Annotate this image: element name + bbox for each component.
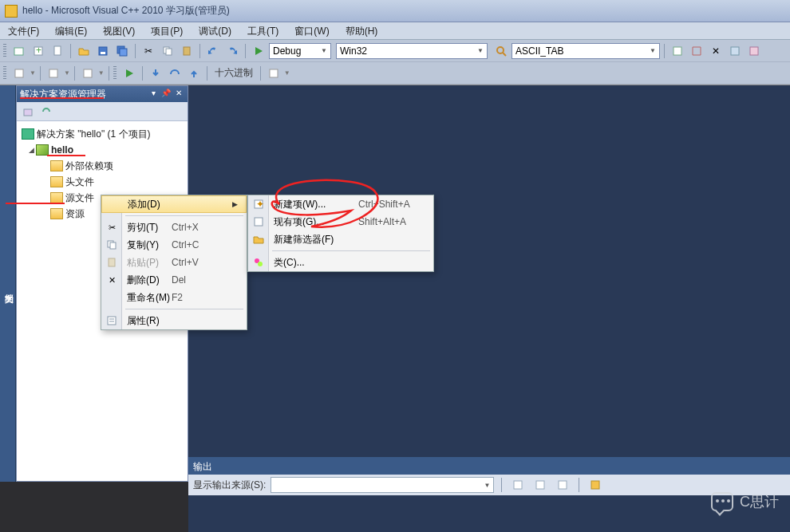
step-into-icon[interactable] [147, 65, 164, 82]
app-icon [5, 5, 18, 18]
start-debug-icon[interactable] [250, 42, 267, 60]
menu-help[interactable]: 帮助(H) [338, 22, 386, 39]
toolbar-grip[interactable] [113, 66, 117, 81]
sub-existing-item-label: 现有项(G)... [274, 215, 358, 229]
svg-rect-29 [255, 218, 263, 226]
separator [109, 66, 109, 81]
sub-class[interactable]: 类(C)... [248, 254, 433, 271]
tree-project-node[interactable]: ◢ hello [20, 142, 184, 158]
sub-new-item-label: 新建项(W)... [274, 198, 358, 211]
stackframe-icon[interactable] [79, 65, 97, 82]
project-icon [36, 144, 49, 156]
paste-icon[interactable] [178, 42, 196, 60]
copy-icon[interactable] [159, 42, 176, 60]
svg-rect-13 [673, 47, 681, 55]
title-bar: hello - Microsoft Visual C++ 2010 学习版(管理… [0, 0, 790, 22]
new-project-icon[interactable] [10, 42, 28, 60]
home-icon[interactable] [20, 104, 36, 120]
tool-icon-4[interactable] [726, 42, 744, 60]
watermark: C思计 [711, 492, 779, 511]
sub-new-filter[interactable]: 新建筛选器(F) [248, 231, 433, 248]
tool-icon-5[interactable] [745, 42, 763, 60]
paste-icon [105, 256, 118, 269]
sub-existing-item[interactable]: 现有项(G)... Shift+Alt+A [248, 213, 433, 231]
side-tab-document-outline[interactable]: 文档大纲 [0, 85, 16, 482]
ctx-properties[interactable]: 属性(R) [101, 312, 247, 329]
menu-window[interactable]: 窗口(W) [286, 22, 337, 39]
search-combo[interactable]: ASCII_TAB▼ [512, 43, 660, 59]
svg-rect-16 [15, 69, 23, 77]
svg-rect-33 [536, 481, 544, 489]
toolbar-grip[interactable] [3, 66, 6, 81]
folder-label: 源文件 [65, 191, 94, 205]
separator [501, 478, 502, 492]
menu-separator [272, 250, 430, 251]
tool-icon-1[interactable] [669, 42, 686, 60]
separator [142, 66, 143, 81]
sub-new-item[interactable]: ✦ 新建项(W)... Ctrl+Shift+A [248, 195, 433, 213]
output-source-combo[interactable]: ▼ [271, 477, 494, 493]
run-icon[interactable] [120, 65, 138, 82]
hex-label[interactable]: 十六进制 [211, 66, 256, 80]
open-icon[interactable] [75, 42, 93, 60]
folder-icon [50, 160, 63, 171]
tree-folder-external[interactable]: 外部依赖项 [20, 158, 184, 174]
thread-combo-icon[interactable] [45, 65, 62, 82]
cut-icon[interactable]: ✂ [140, 42, 157, 60]
menu-edit[interactable]: 编辑(E) [47, 22, 95, 39]
expand-icon[interactable]: ◢ [26, 146, 36, 154]
save-all-icon[interactable] [113, 42, 131, 60]
menu-file[interactable]: 文件(F) [0, 22, 47, 39]
save-icon[interactable] [94, 42, 112, 60]
undo-icon[interactable] [204, 42, 222, 60]
refresh-icon[interactable] [38, 104, 54, 120]
menu-project[interactable]: 项目(P) [143, 22, 191, 39]
ctx-cut[interactable]: ✂ 剪切(T) Ctrl+X [101, 219, 247, 236]
output-show-label: 显示输出来源(S): [193, 479, 266, 492]
toolbar-area: + ✂ Debug▼ Win32▼ ASCII_TAB▼ ✕ ▼ ▼ ▼ [0, 40, 790, 85]
tool-icon-3[interactable]: ✕ [707, 42, 725, 60]
menu-tools[interactable]: 工具(T) [239, 22, 286, 39]
debug-window-icon[interactable] [265, 65, 282, 82]
panel-pin-icon[interactable]: 📌 [160, 89, 172, 100]
solution-explorer-toolbar [17, 102, 188, 121]
ctx-add[interactable]: 添加(D) ▶ [101, 195, 247, 213]
toolbar-grip[interactable] [3, 44, 6, 58]
menu-bar: 文件(F) 编辑(E) 视图(V) 项目(P) 调试(D) 工具(T) 窗口(W… [0, 22, 790, 40]
new-item-icon: ✦ [252, 198, 265, 211]
config-combo[interactable]: Debug▼ [269, 43, 331, 59]
svg-point-31 [258, 262, 263, 266]
separator [40, 66, 41, 81]
menu-debug[interactable]: 调试(D) [191, 22, 239, 39]
svg-rect-9 [166, 49, 172, 55]
ctx-rename[interactable]: 重命名(M) F2 [101, 289, 247, 306]
output-btn-4[interactable] [587, 476, 604, 494]
svg-rect-17 [49, 69, 57, 77]
sub-existing-item-accel: Shift+Alt+A [358, 216, 425, 227]
annotation-underline [47, 155, 85, 156]
output-btn-3[interactable] [554, 476, 571, 494]
platform-combo[interactable]: Win32▼ [336, 43, 488, 59]
process-combo-icon[interactable] [10, 65, 28, 82]
output-btn-2[interactable] [531, 476, 549, 494]
ctx-copy[interactable]: 复制(Y) Ctrl+C [101, 236, 247, 254]
svg-text:+: + [36, 45, 41, 56]
panel-dropdown-icon[interactable]: ▾ [148, 89, 159, 100]
add-item-icon[interactable]: + [30, 42, 47, 60]
step-over-icon[interactable] [166, 65, 184, 82]
delete-icon: ✕ [105, 274, 118, 286]
tree-folder-headers[interactable]: 头文件 [20, 174, 184, 190]
panel-close-icon[interactable]: ✕ [173, 89, 184, 100]
step-out-icon[interactable] [185, 65, 203, 82]
find-icon[interactable] [492, 42, 510, 60]
svg-rect-0 [14, 48, 23, 55]
menu-view[interactable]: 视图(V) [95, 22, 143, 39]
tree-solution-node[interactable]: 解决方案 "hello" (1 个项目) [20, 126, 184, 142]
redo-icon[interactable] [223, 42, 241, 60]
ctx-delete[interactable]: ✕ 删除(D) Del [101, 271, 247, 289]
tool-icon-2[interactable] [688, 42, 705, 60]
annotation-underline [6, 203, 65, 204]
output-btn-1[interactable] [509, 476, 527, 494]
svg-rect-10 [184, 47, 190, 55]
new-file-icon[interactable] [49, 42, 66, 60]
